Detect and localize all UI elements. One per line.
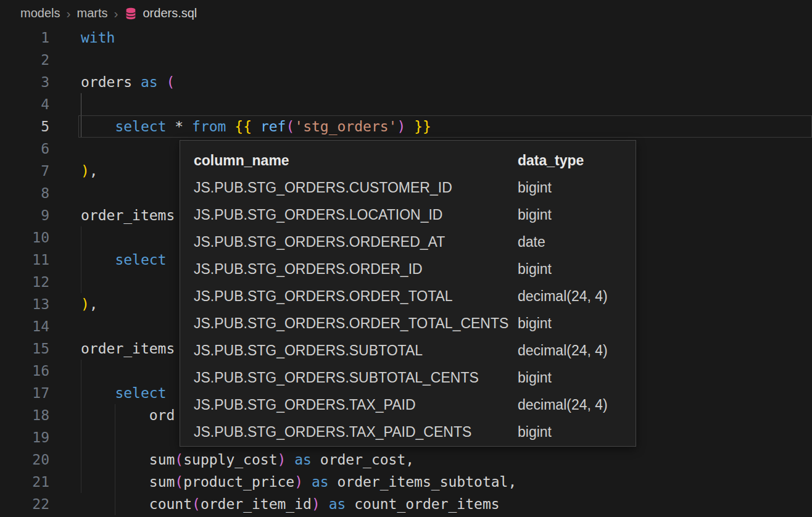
line-number[interactable]: 18 [0,404,49,426]
code-token: ref [260,118,286,134]
line-number[interactable]: 14 [0,315,49,337]
line-number[interactable]: 5 [0,115,49,138]
code-line[interactable]: 3orders as ( [0,71,812,93]
code-text: select [81,249,166,271]
code-token [226,118,234,134]
code-text: sum(product_price) as order_items_subtot… [81,471,516,493]
line-number[interactable]: 10 [0,226,49,249]
column-name-cell: JS.PUB.STG_ORDERS.TAX_PAID [194,391,518,418]
hover-rows: JS.PUB.STG_ORDERS.CUSTOMER_IDbigintJS.PU… [180,174,636,445]
code-line[interactable]: 5 select * from {{ ref('stg_orders') }} [0,115,812,138]
line-number[interactable]: 11 [0,249,49,271]
line-number[interactable]: 13 [0,293,49,315]
code-token: supply_cost [183,452,277,468]
hover-row: JS.PUB.STG_ORDERS.CUSTOMER_IDbigint [180,174,636,201]
breadcrumb-item-file[interactable]: orders.sql [143,6,197,20]
line-number[interactable]: 1 [0,27,49,49]
code-token [252,118,260,134]
code-token: ord [81,407,175,423]
data-type-cell: date [518,228,545,255]
line-number[interactable]: 4 [0,93,49,115]
code-token [303,474,312,490]
line-number[interactable]: 3 [0,71,49,93]
code-token: select [115,385,166,401]
code-token [320,496,329,512]
hover-column-name-header: column_name [194,147,518,174]
hover-row: JS.PUB.STG_ORDERS.SUBTOTALdecimal(24, 4) [180,337,636,364]
code-token: as [329,496,346,512]
code-text: sum(supply_cost) as order_cost, [81,449,414,471]
code-line[interactable]: 22 count(order_item_id) as count_order_i… [0,493,812,515]
code-token: select [115,252,166,268]
code-token: , [89,163,98,179]
column-name-cell: JS.PUB.STG_ORDERS.ORDER_TOTAL [194,283,518,310]
breadcrumb: models › marts › orders.sql [0,0,812,27]
line-number[interactable]: 19 [0,426,49,449]
code-line[interactable]: 21 sum(product_price) as order_items_sub… [0,471,812,493]
code-line[interactable]: 1with [0,27,812,49]
line-number[interactable]: 22 [0,493,49,515]
code-token: order_items [81,341,175,357]
code-token: from [192,118,226,134]
code-token: * [175,118,183,134]
code-token: order_cost [320,452,405,468]
code-token [405,118,414,134]
database-icon [124,7,138,20]
code-token: sum [149,452,175,468]
code-token: ) [312,496,320,512]
code-token: ( [192,496,201,512]
line-number[interactable]: 12 [0,271,49,293]
line-number[interactable]: 16 [0,360,49,382]
code-token: ( [166,74,175,90]
line-number[interactable]: 17 [0,382,49,404]
code-line[interactable]: 20 sum(supply_cost) as order_cost, [0,449,812,471]
code-token [312,452,320,468]
code-line[interactable]: 4 [0,93,812,115]
column-name-cell: JS.PUB.STG_ORDERS.ORDER_ID [194,255,518,283]
code-text: select * from {{ ref('stg_orders') }} [81,115,431,138]
code-token: {{ [234,118,252,134]
hover-header-row: column_name data_type [180,147,636,174]
hover-row: JS.PUB.STG_ORDERS.TAX_PAID_CENTSbigint [180,418,636,445]
column-name-cell: JS.PUB.STG_ORDERS.LOCATION_ID [194,201,518,228]
column-name-cell: JS.PUB.STG_ORDERS.SUBTOTAL_CENTS [194,364,518,391]
code-text: ord [81,404,175,426]
line-number[interactable]: 15 [0,337,49,360]
line-number[interactable]: 9 [0,204,49,226]
breadcrumb-separator-icon: › [66,6,70,21]
data-type-cell: decimal(24, 4) [518,391,608,418]
code-token: ) [278,452,286,468]
code-token: 'stg_orders' [294,118,397,134]
line-number[interactable]: 20 [0,449,49,471]
column-name-cell: JS.PUB.STG_ORDERS.CUSTOMER_ID [194,174,518,201]
code-token [81,452,149,468]
code-token [81,496,149,512]
line-number[interactable]: 6 [0,138,49,160]
code-token: ) [294,474,303,490]
line-number[interactable]: 7 [0,160,49,182]
code-token [166,118,175,134]
code-token [183,118,192,134]
code-token: ) [397,118,405,134]
data-type-cell: bigint [518,364,552,391]
data-type-cell: bigint [518,418,552,445]
code-token: , [405,452,414,468]
hover-row: JS.PUB.STG_ORDERS.ORDER_IDbigint [180,255,636,283]
code-token: ( [286,118,294,134]
column-hover-popup[interactable]: column_name data_type JS.PUB.STG_ORDERS.… [180,140,636,447]
breadcrumb-item-marts[interactable]: marts [77,6,107,20]
code-token: ) [81,296,89,312]
line-number[interactable]: 8 [0,182,49,204]
column-name-cell: JS.PUB.STG_ORDERS.ORDER_TOTAL_CENTS [194,310,518,337]
code-text: order_items [81,337,175,360]
code-token: as [294,452,312,468]
code-line[interactable]: 2 [0,49,812,71]
breadcrumb-item-models[interactable]: models [20,6,60,20]
editor-area[interactable]: 1with23orders as (45 select * from {{ re… [0,27,812,517]
code-token [81,474,149,490]
line-number[interactable]: 2 [0,49,49,71]
line-number[interactable]: 21 [0,471,49,493]
column-name-cell: JS.PUB.STG_ORDERS.TAX_PAID_CENTS [194,418,518,445]
column-name-cell: JS.PUB.STG_ORDERS.ORDERED_AT [194,228,518,255]
code-text: ), [81,293,98,315]
